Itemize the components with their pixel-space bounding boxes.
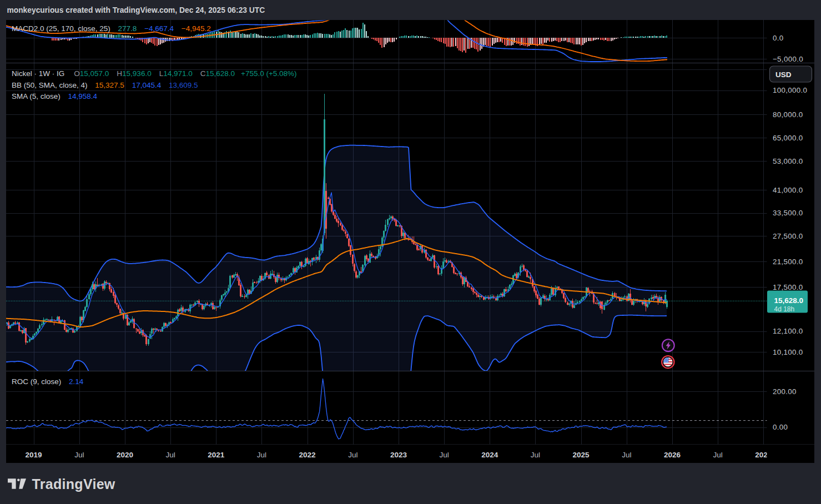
svg-text:2023: 2023	[390, 451, 407, 459]
svg-text:Jul: Jul	[74, 451, 84, 459]
svg-text:10,100.0: 10,100.0	[773, 348, 803, 356]
svg-text:12,100.0: 12,100.0	[773, 327, 803, 335]
svg-text:MACD2.0 (25, 170, close, 25) 2: MACD2.0 (25, 170, close, 25) 277.8 −4,66…	[12, 24, 211, 33]
svg-text:Jul: Jul	[622, 451, 631, 459]
svg-text:2026: 2026	[664, 451, 681, 459]
svg-text:−5,000.0: −5,000.0	[773, 55, 803, 63]
svg-text:Jul: Jul	[165, 451, 175, 459]
svg-text:Jul: Jul	[257, 451, 266, 459]
svg-text:Jul: Jul	[439, 451, 449, 459]
svg-text:80,000.0: 80,000.0	[773, 110, 803, 119]
svg-text:17,500.0: 17,500.0	[773, 283, 803, 291]
svg-text:2025: 2025	[573, 451, 590, 459]
svg-text:monkeycurious created with Tra: monkeycurious created with TradingView.c…	[7, 6, 265, 14]
svg-text:SMA (5, close) 14,958.4: SMA (5, close) 14,958.4	[12, 92, 98, 100]
svg-text:33,500.0: 33,500.0	[773, 209, 803, 217]
svg-text:BB (50, SMA, close, 4) 15,327.: BB (50, SMA, close, 4) 15,327.5 17,045.4…	[12, 81, 198, 89]
svg-text:21,500.0: 21,500.0	[773, 258, 803, 266]
svg-text:Jul: Jul	[348, 451, 357, 459]
svg-text:200.00: 200.00	[773, 387, 797, 396]
svg-text:ROC (9, close) 2.14: ROC (9, close) 2.14	[12, 377, 84, 386]
svg-text:4d 18h: 4d 18h	[774, 305, 795, 313]
svg-text:Jul: Jul	[713, 451, 723, 459]
svg-text:2019: 2019	[26, 451, 42, 459]
svg-text:27,500.0: 27,500.0	[773, 232, 803, 240]
svg-text:TradingView: TradingView	[32, 476, 115, 492]
svg-text:0.00: 0.00	[773, 423, 788, 431]
svg-text:2024: 2024	[481, 451, 498, 459]
svg-text:100,000.0: 100,000.0	[773, 86, 807, 94]
svg-text:Jul: Jul	[531, 451, 540, 459]
svg-text:USD: USD	[775, 70, 792, 79]
svg-text:2022: 2022	[299, 451, 316, 459]
svg-text:15,628.0: 15,628.0	[774, 296, 804, 305]
svg-text:0.0: 0.0	[773, 34, 784, 42]
svg-text:2021: 2021	[208, 451, 225, 459]
svg-text:65,000.0: 65,000.0	[773, 134, 803, 142]
svg-text:2020: 2020	[117, 451, 133, 459]
svg-text:53,000.0: 53,000.0	[773, 157, 803, 165]
svg-text:41,000.0: 41,000.0	[773, 186, 803, 194]
